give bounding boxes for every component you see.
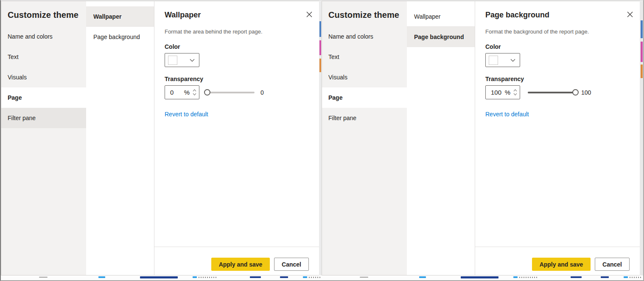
transparency-input[interactable]: 0 %: [165, 85, 199, 99]
page-background-settings-panel: Page background Format the background of…: [475, 1, 640, 275]
tab-wallpaper[interactable]: Wallpaper: [407, 6, 475, 27]
slider-value-label: 0: [260, 89, 264, 96]
background-report-bar: [571, 276, 582, 278]
sidebar-item-name-and-colors[interactable]: Name and colors: [322, 26, 407, 47]
transparency-unit: %: [505, 89, 510, 96]
background-report-bar: [513, 276, 518, 278]
background-report-bar: [419, 276, 426, 278]
color-dropdown[interactable]: [165, 53, 199, 67]
transparency-slider[interactable]: [207, 92, 255, 93]
color-swatch: [489, 56, 498, 65]
background-report-bar: [39, 277, 48, 278]
background-legend-bar: [641, 20, 643, 38]
background-legend-bar: [641, 42, 643, 62]
chevron-down-icon: [510, 59, 515, 62]
tab-wallpaper[interactable]: Wallpaper: [86, 6, 154, 27]
sidebar-item-text[interactable]: Text: [1, 47, 86, 67]
tab-page-background[interactable]: Page background: [407, 27, 475, 47]
background-report-bar: [624, 276, 628, 278]
transparency-label: Transparency: [165, 76, 203, 82]
background-report-bar: [140, 276, 178, 278]
chevron-up-icon[interactable]: [193, 89, 196, 92]
transparency-input[interactable]: 100 %: [485, 85, 520, 99]
panel-title: Page background: [485, 11, 549, 20]
customize-theme-dialog-page-background: Customize theme Name and colors Text Vis…: [322, 1, 640, 275]
background-report-bar: [193, 276, 197, 278]
sidebar-item-name-and-colors[interactable]: Name and colors: [1, 26, 86, 47]
background-legend-bar: [319, 59, 321, 72]
panel-title: Wallpaper: [165, 11, 201, 20]
sidebar-item-visuals[interactable]: Visuals: [1, 67, 86, 87]
sidebar-item-visuals[interactable]: Visuals: [322, 67, 407, 87]
chevron-down-icon[interactable]: [513, 93, 517, 96]
background-report-bar: [303, 276, 307, 278]
color-swatch: [168, 56, 177, 65]
sidebar-item-page[interactable]: Page: [1, 87, 86, 108]
wallpaper-settings-panel: Wallpaper Format the area behind the rep…: [154, 1, 319, 275]
theme-sidebar: Customize theme Name and colors Text Vis…: [322, 1, 407, 275]
revert-to-default-link[interactable]: Revert to default: [165, 111, 208, 118]
background-report-bar: [630, 277, 641, 278]
slider-thumb[interactable]: [204, 89, 210, 96]
dialog-title: Customize theme: [1, 1, 86, 20]
sidebar-item-filter-pane[interactable]: Filter pane: [1, 108, 86, 128]
transparency-label: Transparency: [485, 76, 524, 82]
chevron-down-icon[interactable]: [193, 93, 196, 96]
slider-value-label: 100: [581, 89, 591, 96]
footer-divider: [475, 247, 640, 247]
background-report-bar: [199, 277, 216, 278]
background-report-bar: [461, 276, 498, 278]
page-settings-tab-list: Wallpaper Page background: [86, 1, 154, 275]
tab-page-background[interactable]: Page background: [86, 27, 154, 47]
background-report-edge-strip: [319, 1, 322, 275]
color-dropdown[interactable]: [485, 53, 520, 67]
slider-fill: [528, 92, 575, 93]
app-window: Customize theme Name and colors Text Vis…: [0, 0, 644, 281]
background-legend-bar: [641, 65, 643, 78]
cancel-button[interactable]: Cancel: [274, 258, 309, 271]
theme-sidebar: Customize theme Name and colors Text Vis…: [1, 1, 86, 275]
panel-description: Format the area behind the report page.: [165, 28, 263, 35]
cancel-button[interactable]: Cancel: [595, 258, 630, 271]
background-report-bar: [360, 277, 368, 278]
background-report-bar: [309, 277, 321, 278]
sidebar-item-text[interactable]: Text: [322, 47, 407, 67]
spinner-arrows: [193, 89, 196, 96]
background-report-bar: [280, 276, 288, 278]
background-legend-bar: [319, 40, 321, 55]
apply-and-save-button[interactable]: Apply and save: [532, 258, 591, 271]
spinner-arrows: [513, 89, 517, 96]
slider-thumb[interactable]: [572, 89, 579, 96]
background-report-bar: [519, 277, 537, 278]
customize-theme-dialog-wallpaper: Customize theme Name and colors Text Vis…: [1, 1, 319, 275]
background-report-bar: [601, 276, 609, 278]
dialog-title: Customize theme: [322, 1, 407, 20]
background-report-bar: [98, 276, 105, 278]
chevron-down-icon: [190, 59, 195, 62]
apply-and-save-button[interactable]: Apply and save: [211, 258, 270, 271]
transparency-slider[interactable]: [528, 92, 575, 93]
chevron-up-icon[interactable]: [513, 89, 517, 92]
close-icon[interactable]: [626, 11, 634, 18]
footer-divider: [154, 247, 319, 247]
background-report-bottom-strip: [1, 276, 643, 279]
revert-to-default-link[interactable]: Revert to default: [485, 111, 529, 118]
sidebar-item-filter-pane[interactable]: Filter pane: [322, 108, 407, 128]
page-settings-tab-list: Wallpaper Page background: [407, 1, 475, 275]
panel-description: Format the background of the report page…: [485, 28, 589, 35]
background-report-bar: [250, 276, 261, 278]
close-icon[interactable]: [305, 11, 313, 18]
color-label: Color: [485, 43, 501, 50]
background-legend-bar: [319, 21, 321, 37]
sidebar-item-page[interactable]: Page: [322, 87, 407, 108]
transparency-value[interactable]: 100: [491, 89, 505, 96]
transparency-unit: %: [184, 89, 190, 96]
transparency-value[interactable]: 0: [170, 89, 184, 96]
color-label: Color: [165, 43, 180, 50]
background-report-edge-strip: [640, 1, 643, 275]
